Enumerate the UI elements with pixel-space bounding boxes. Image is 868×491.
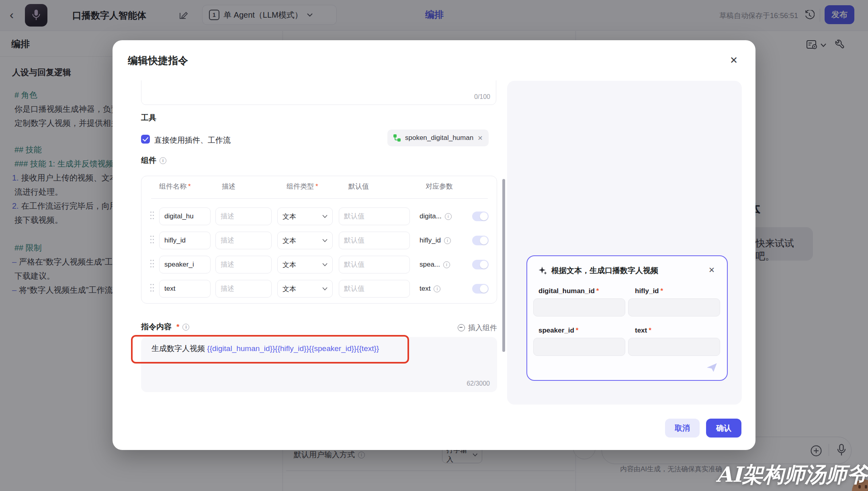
confirm-button[interactable]: 确认	[706, 419, 741, 438]
preview-field-input[interactable]	[628, 298, 720, 316]
component-toggle[interactable]	[472, 236, 489, 245]
cancel-button[interactable]: 取消	[665, 419, 700, 438]
info-icon	[444, 237, 451, 244]
col-header-desc: 描述	[222, 182, 235, 191]
preview-field-label: text*	[635, 327, 651, 335]
chevron-down-icon	[322, 215, 328, 218]
shortcut-name-input[interactable]: 0/100	[141, 80, 496, 105]
component-default-input[interactable]	[339, 256, 410, 273]
drag-handle-icon[interactable]	[150, 236, 154, 246]
table-header-divider	[151, 198, 488, 199]
component-default-input[interactable]	[339, 207, 410, 225]
tools-section-label: 工具	[141, 113, 156, 123]
info-icon	[443, 261, 450, 268]
param-cell: hifly_id	[420, 236, 451, 244]
component-desc-input[interactable]	[215, 232, 272, 249]
annotation-highlight-box	[131, 335, 409, 364]
sparkle-icon	[538, 266, 547, 275]
col-header-default: 默认值	[348, 182, 369, 191]
shortcut-preview-card: 根据文本，生成口播数字人视频 ✕ digital_human_id* hifly…	[526, 255, 728, 381]
component-default-input[interactable]	[339, 280, 410, 298]
char-counter: 62/3000	[467, 380, 490, 387]
dialog-title: 编辑快捷指令	[128, 54, 188, 67]
send-button[interactable]	[706, 362, 718, 374]
edit-shortcut-dialog: 编辑快捷指令 ✕ 0/100 工具 直接使用插件、工作流 spoken_digi…	[113, 40, 755, 450]
info-icon	[160, 157, 166, 164]
info-icon	[434, 286, 440, 292]
chevron-down-icon	[322, 287, 328, 290]
app-root: ‹ 口播数字人智能体 1 单 Agent（LLM模式） 编排 草稿自动保存于16…	[0, 0, 868, 491]
scrollbar-thumb[interactable]	[502, 179, 505, 352]
drag-handle-icon[interactable]	[150, 212, 154, 222]
remove-workflow-icon[interactable]: ✕	[477, 134, 483, 142]
component-type-select[interactable]: 文本	[277, 280, 333, 298]
preview-field-label: hifly_id*	[635, 287, 663, 295]
component-toggle[interactable]	[472, 260, 489, 269]
chevron-down-icon	[322, 263, 328, 266]
component-name-input[interactable]	[159, 232, 211, 249]
param-cell: digita...	[420, 212, 452, 220]
component-toggle[interactable]	[472, 212, 489, 221]
watermark-text: AI架构师汤师爷	[716, 461, 868, 489]
char-counter: 0/100	[474, 93, 490, 101]
use-plugin-label: 直接使用插件、工作流	[154, 135, 231, 146]
component-name-input[interactable]	[159, 256, 211, 273]
insert-component-link[interactable]: 插入组件	[394, 323, 497, 333]
col-header-type: 组件类型*	[287, 182, 318, 191]
col-header-name: 组件名称*	[159, 182, 191, 191]
component-name-input[interactable]	[159, 207, 211, 225]
dialog-close-icon[interactable]: ✕	[730, 55, 738, 66]
insert-icon	[458, 324, 465, 331]
component-type-select[interactable]: 文本	[277, 207, 333, 225]
drag-handle-icon[interactable]	[150, 284, 154, 294]
col-header-param: 对应参数	[426, 182, 453, 191]
component-desc-input[interactable]	[215, 256, 272, 273]
drag-handle-icon[interactable]	[150, 260, 154, 270]
chevron-down-icon	[322, 239, 328, 242]
preview-title: 根据文本，生成口播数字人视频	[538, 265, 658, 276]
param-cell: text	[420, 285, 440, 293]
preview-field-input[interactable]	[533, 338, 625, 356]
preview-field-input[interactable]	[628, 338, 720, 356]
shortcut-name-field-clipped: 0/100	[141, 80, 497, 106]
preview-close-icon[interactable]: ✕	[708, 265, 715, 275]
component-type-select[interactable]: 文本	[277, 256, 333, 273]
component-type-select[interactable]: 文本	[277, 232, 333, 249]
component-desc-input[interactable]	[215, 280, 272, 298]
preview-field-input[interactable]	[533, 298, 625, 316]
component-toggle[interactable]	[472, 284, 489, 294]
preview-field-label: speaker_id*	[538, 327, 578, 335]
use-plugin-checkbox[interactable]	[141, 135, 150, 144]
component-desc-input[interactable]	[215, 207, 272, 225]
info-icon	[445, 213, 452, 220]
components-section-label: 组件	[141, 155, 166, 166]
component-default-input[interactable]	[339, 232, 410, 249]
workflow-tag-label: spoken_digital_human	[405, 134, 473, 142]
send-icon	[706, 362, 718, 373]
components-table: 组件名称* 描述 组件类型* 默认值 对应参数 文本 digita...	[141, 176, 497, 304]
param-cell: spea...	[420, 261, 450, 269]
instruction-label: 指令内容*	[141, 322, 189, 332]
info-icon	[182, 324, 189, 331]
workflow-tag[interactable]: spoken_digital_human ✕	[387, 129, 489, 146]
component-name-input[interactable]	[159, 280, 211, 298]
workflow-icon	[393, 134, 401, 142]
preview-field-label: digital_human_id*	[538, 287, 599, 295]
